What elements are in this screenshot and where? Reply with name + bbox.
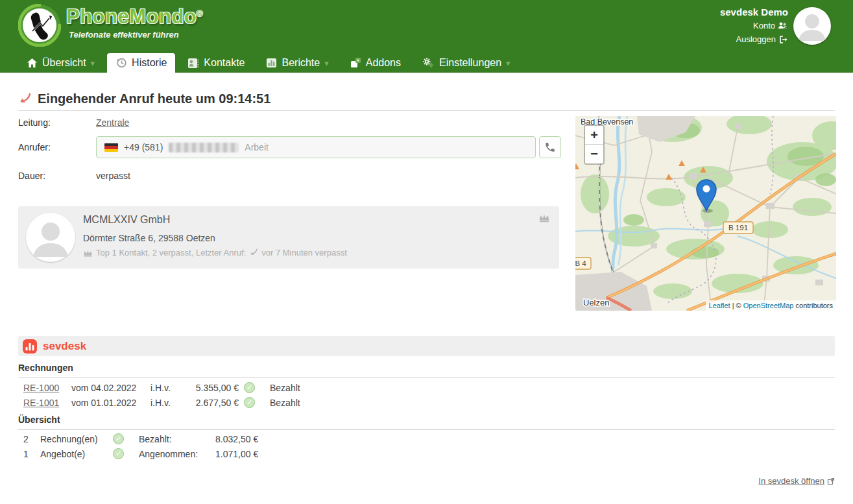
zoom-out-button[interactable]: − — [585, 145, 603, 163]
chevron-down-icon: ▾ — [324, 58, 329, 68]
map-attribution: Leaflet | © OpenStreetMap contributors — [706, 300, 836, 311]
line-link[interactable]: Zentrale — [96, 117, 129, 128]
contact-name: MCMLXXIV GmbH — [83, 214, 170, 226]
phonemondo-logo-icon[interactable] — [18, 4, 61, 47]
gears-icon — [422, 57, 435, 69]
caller-label: Anrufer: — [18, 142, 51, 152]
konto-link[interactable]: Konto — [753, 20, 788, 32]
invoice-link[interactable]: RE-1000 — [23, 383, 59, 393]
users-icon — [778, 21, 788, 30]
open-in-sevdesk: In sevdesk öffnen — [758, 476, 835, 486]
nav-einstellungen[interactable]: Einstellungen▾ — [413, 53, 519, 73]
home-icon — [27, 58, 38, 68]
sevdesk-brand-name: sevdesk — [43, 340, 86, 353]
contacts-icon — [187, 58, 199, 69]
invoice-ihv: i.H.v. — [150, 398, 182, 408]
user-name: sevdesk Demo — [720, 6, 788, 18]
invoice-link[interactable]: RE-1001 — [23, 398, 59, 408]
open-in-sevdesk-link[interactable]: In sevdesk öffnen — [758, 476, 824, 486]
brand-wordmark: PhoneMondo® — [66, 5, 203, 29]
external-link-icon — [827, 477, 835, 485]
overview-table: 2 Rechnung(en) ✓ Bezahlt: 8.032,50 € 1 A… — [23, 431, 258, 461]
table-row: 2 Rechnung(en) ✓ Bezahlt: 8.032,50 € — [23, 431, 258, 446]
logout-icon — [778, 35, 788, 44]
overview-type: Angebot(e) — [40, 449, 113, 459]
caller-number-prefix: +49 (581) — [124, 142, 163, 152]
overview-section-title: Übersicht — [18, 414, 835, 430]
crown-icon — [83, 249, 93, 257]
caller-number-redacted — [169, 143, 239, 152]
invoice-ihv: i.H.v. — [150, 383, 182, 393]
map-zoom-control: + − — [584, 125, 605, 165]
line-value: Zentrale — [96, 117, 129, 128]
nav-uebersicht[interactable]: Übersicht▾ — [18, 53, 103, 73]
contact-card[interactable]: MCMLXXIV GmbH Dörmter Straße 6, 29588 Oe… — [18, 206, 559, 269]
overview-amount: 1.071,00 € — [215, 449, 258, 459]
germany-flag-icon — [104, 143, 118, 152]
chevron-down-icon: ▾ — [506, 58, 511, 68]
phonemondo-app: PhoneMondo® Telefonate effektiver führen… — [0, 0, 853, 504]
main-nav: Übersicht▾ Historie Kontakte Berichte▾ A… — [18, 53, 519, 73]
overview-amount: 8.032,50 € — [215, 434, 258, 444]
invoice-date: vom 04.02.2022 — [71, 383, 150, 393]
registered-mark: ® — [197, 9, 202, 18]
openstreetmap-link[interactable]: OpenStreetMap — [743, 302, 794, 309]
road-badge-b4: B 4 — [575, 259, 586, 267]
status-check-icon: ✓ — [113, 448, 124, 459]
table-row: RE-1000 vom 04.02.2022 i.H.v. 5.355,00 €… — [23, 380, 300, 395]
invoice-status: Bezahlt — [270, 383, 300, 393]
brand-tagline: Telefonate effektiver führen — [69, 30, 179, 40]
sevdesk-logo-icon — [23, 339, 37, 354]
puzzle-icon — [350, 57, 361, 69]
nav-berichte[interactable]: Berichte▾ — [258, 53, 337, 73]
user-avatar[interactable] — [793, 7, 831, 45]
table-row: 1 Angebot(e) ✓ Angenommen: 1.071,00 € — [23, 446, 258, 461]
duration-label: Dauer: — [18, 171, 45, 181]
invoice-amount: 2.677,50 € — [182, 398, 244, 408]
favorite-crown-icon[interactable] — [538, 213, 550, 225]
sevdesk-header-band: sevdesk — [18, 336, 835, 356]
status-check-icon: ✓ — [113, 433, 124, 444]
phone-icon — [544, 141, 556, 153]
location-map[interactable]: B 191 B 4 Bad Bevensen Uelzen + − Leafle… — [575, 116, 836, 311]
contact-avatar — [26, 213, 75, 262]
invoice-status: Bezahlt — [270, 398, 300, 408]
nav-historie[interactable]: Historie — [107, 53, 175, 73]
contact-address: Dörmter Straße 6, 29588 Oetzen — [83, 233, 215, 243]
logout-link[interactable]: Ausloggen — [736, 34, 788, 45]
overview-type: Rechnung(en) — [40, 434, 113, 444]
road-badge-b191: B 191 — [728, 224, 748, 232]
line-label: Leitung: — [18, 117, 51, 128]
caller-number-type: Arbeit — [245, 142, 269, 152]
map-tiles: B 191 B 4 Bad Bevensen Uelzen — [575, 116, 836, 311]
overview-count: 1 — [23, 449, 40, 459]
page-title: Eingehender Anruf heute um 09:14:51 — [18, 91, 270, 106]
table-row: RE-1001 vom 01.01.2022 i.H.v. 2.677,50 €… — [23, 395, 300, 410]
user-menu: sevdesk Demo Konto Ausloggen — [720, 6, 788, 45]
app-header: PhoneMondo® Telefonate effektiver führen… — [0, 0, 853, 73]
invoice-date: vom 01.01.2022 — [71, 398, 150, 408]
history-icon — [115, 57, 127, 69]
nav-kontakte[interactable]: Kontakte — [179, 53, 253, 73]
overview-label: Bezahlt: — [139, 434, 215, 444]
paid-check-icon: ✓ — [244, 397, 255, 408]
invoices-table: RE-1000 vom 04.02.2022 i.H.v. 5.355,00 €… — [23, 380, 300, 410]
chart-icon — [266, 58, 278, 68]
divider — [18, 110, 835, 111]
overview-label: Angenommen: — [139, 449, 215, 459]
leaflet-link[interactable]: Leaflet — [709, 302, 730, 309]
overview-count: 2 — [23, 434, 40, 444]
nav-addons[interactable]: Addons — [341, 53, 409, 73]
missed-call-icon — [249, 248, 258, 257]
caller-input[interactable]: +49 (581) Arbeit — [96, 136, 536, 158]
invoices-section-title: Rechnungen — [18, 363, 835, 378]
zoom-in-button[interactable]: + — [585, 126, 603, 145]
contact-meta: Top 1 Kontakt, 2 verpasst, Letzter Anruf… — [83, 248, 347, 258]
chevron-down-icon: ▾ — [91, 58, 95, 68]
call-button[interactable] — [539, 136, 561, 158]
incoming-call-icon — [18, 93, 32, 106]
duration-value: verpasst — [96, 171, 130, 181]
paid-check-icon: ✓ — [244, 382, 255, 393]
invoice-amount: 5.355,00 € — [182, 383, 244, 393]
map-label-uelzen: Uelzen — [583, 298, 609, 307]
